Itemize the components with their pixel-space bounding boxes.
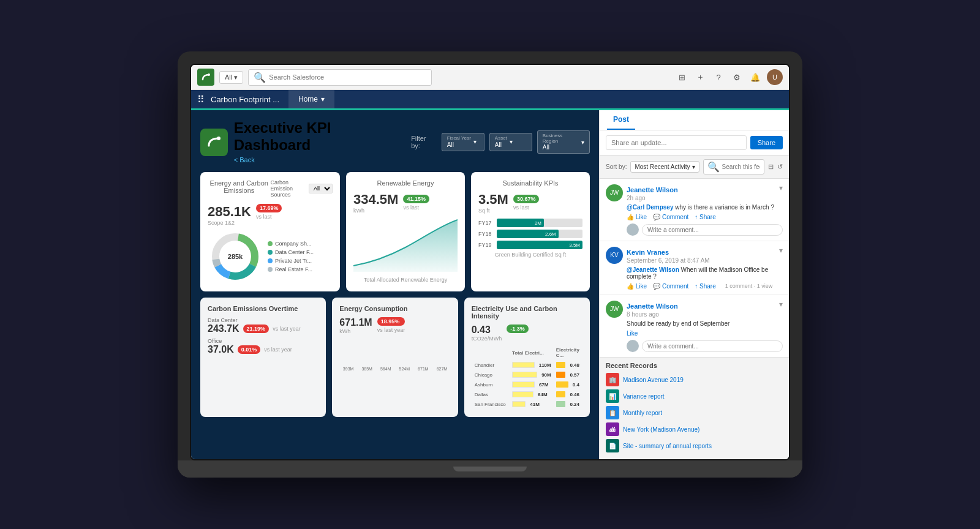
feed-avatar: KV [606,247,623,264]
donut-chart: 285k [208,229,263,284]
energy-consumption-badge: 18.95% [377,317,405,326]
sf-bar1-fill [512,401,526,407]
electricity-badge: -1.3% [507,325,529,333]
recent-record-link-variance[interactable]: Variance report [623,393,665,400]
recent-record-link-madison[interactable]: Madison Avenue 2019 [623,377,684,383]
emission-filter[interactable]: Carbon Emission Sources All [271,179,333,198]
share-action[interactable]: ↑ Share [695,214,715,220]
feed-author-block: Kevin Vranes September 6, 2019 at 8:47 A… [627,246,710,264]
comment-input[interactable] [642,224,783,236]
fy19-bar-fill: 3.5M [497,241,582,249]
energy-consumption-header: 671.1M kWh 18.95% vs last year [339,317,450,334]
electricity-carbon-header: Electricity C... [554,346,581,359]
user-avatar[interactable]: U [767,69,783,85]
feed-mention[interactable]: @Carl Dempsey [627,204,673,211]
filter-icon[interactable]: ⊟ [768,163,774,171]
dallas-bar2: 0.46 [554,390,581,399]
search-box[interactable]: 🔍 [248,69,432,86]
feed-author-name[interactable]: Jeanette Wilson [627,186,678,193]
legend-item: Company Sh... [268,241,314,247]
update-input[interactable] [606,135,747,150]
recent-record-item: 🏙 New York (Madison Avenue) [606,422,783,436]
asset-label: Asset [495,136,507,141]
energy-kpi-row: 285.1K Scope 1&2 17.69% vs last [208,204,333,226]
back-link[interactable]: < Back [234,156,255,163]
grid-icon[interactable]: ⊞ [675,70,688,84]
electricity-value-block: 0.43 tCO2e/MWh [472,325,502,342]
bar-col-3: 524M [396,366,413,371]
sort-dropdown[interactable]: Most Recent Activity [630,161,699,173]
energy-consumption-value-block: 671.1M kWh [339,317,372,334]
recent-record-link-site[interactable]: Site - summary of annual reports [623,443,712,449]
feed-item: KV Kevin Vranes September 6, 2019 at 8:4… [600,241,789,295]
feed-actions: Like [627,330,783,337]
bottom-cards-row: Carbon Emissions Overtime Data Center 24… [200,298,590,417]
settings-icon[interactable]: ⚙ [730,70,744,84]
recent-record-link-newyork[interactable]: New York (Madison Avenue) [623,426,699,433]
search-icon: 🔍 [707,161,720,173]
record-icon-newyork: 🏙 [606,422,619,436]
refresh-icon[interactable]: ↺ [777,163,783,171]
share-button[interactable]: Share [750,136,783,149]
filter-label: Filter by: [411,135,437,149]
ashburn-bar2-fill [556,381,568,388]
chevron-down-icon [692,163,695,170]
feed-search[interactable]: 🔍 [703,159,765,174]
donut-center-label: 285k [228,253,243,260]
business-region-value: All [543,144,579,151]
energy-consumption-title: Energy Consumption [339,305,450,312]
fiscal-year-filter[interactable]: Fiscal Year All [442,133,484,151]
bell-icon[interactable]: 🔔 [748,70,762,84]
feed-item-menu-icon[interactable]: ▾ [779,184,783,192]
recent-record-link-monthly[interactable]: Monthly report [623,410,662,416]
dallas-bar1-fill [512,391,533,397]
chevron-down-icon [234,73,238,81]
nav-dots-icon[interactable]: ⠿ [197,94,205,105]
like-action[interactable]: Like [627,330,638,337]
like-action[interactable]: 👍 Like [627,283,647,290]
feed-mention[interactable]: @Jeanette Wilson [627,266,679,273]
energy-badge: 17.69% [256,204,282,212]
fy19-value: 3.5M [569,242,580,248]
asset-filter[interactable]: Asset All [489,133,532,151]
feed-author-name[interactable]: Jeanette Wilson [627,302,678,310]
search-input[interactable] [269,73,426,81]
comment-action[interactable]: 💬 Comment [653,283,688,290]
plus-icon[interactable]: ＋ [693,70,707,84]
feed-item-menu-icon[interactable]: ▾ [779,246,783,255]
comment-input[interactable] [642,340,783,352]
nav-tab-home[interactable]: Home [288,90,334,110]
fiscal-year-value: All [447,141,471,148]
sf-bar2-fill [556,401,566,407]
fy19-row: FY19 3.5M [478,241,582,249]
post-tab[interactable]: Post [607,110,635,130]
legend-dot [268,250,273,255]
feed-time: 8 hours ago [627,311,678,318]
data-center-vs-last: vs last year [273,326,301,332]
search-icon: 🔍 [254,72,266,83]
sidebar-post-tab: Post [600,110,789,130]
energy-main-value: 285.1K Scope 1&2 [208,204,251,226]
feed-text: @Carl Dempsey why is there a variance is… [627,204,783,211]
renewable-card-title: Renewable Energy [353,179,458,187]
feed-time: 2h ago [627,195,678,201]
all-dropdown[interactable]: All [219,71,243,84]
like-action[interactable]: 👍 Like [627,214,647,220]
bar-col-2: 564M [377,366,394,371]
share-action[interactable]: ↑ Share [695,283,715,290]
comment-action[interactable]: 💬 Comment [653,214,688,220]
business-region-label: Business Region [543,133,579,144]
emission-filter-select[interactable]: All [309,184,333,193]
feed-item-header: JW Jeanette Wilson 8 hours ago [606,300,678,318]
chandler-bar2-fill [556,362,566,368]
feed-item-menu-icon[interactable]: ▾ [779,300,783,309]
help-icon[interactable]: ? [712,70,725,84]
sort-label: Sort by: [606,163,627,170]
feed-search-input[interactable] [722,163,761,170]
sf-name: San Francisco [473,400,509,408]
business-region-filter[interactable]: Business Region All [537,130,590,154]
sidebar-sort-bar: Sort by: Most Recent Activity 🔍 ⊟ ↺ [600,156,789,179]
sidebar-update-area: Share [600,130,789,156]
electricity-big-number: 0.43 [472,325,491,335]
feed-author-name[interactable]: Kevin Vranes [627,249,669,256]
